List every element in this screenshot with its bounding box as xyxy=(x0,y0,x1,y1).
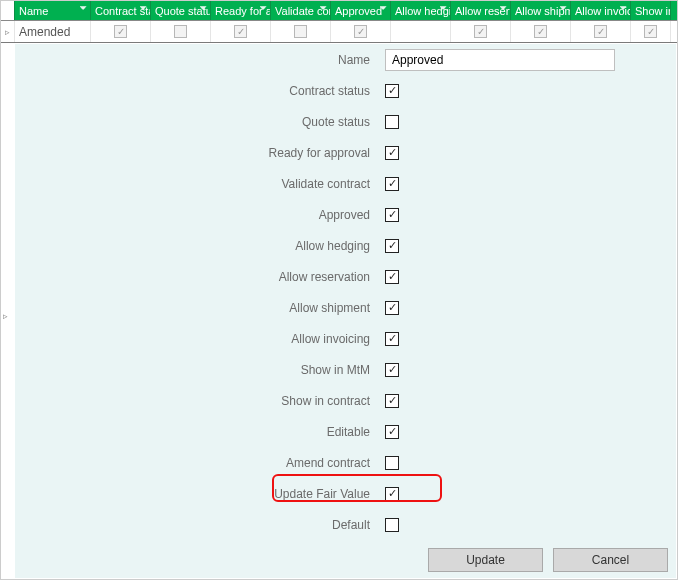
form-row: Amend contract✓ xyxy=(15,447,676,478)
col-header-allow-hedging[interactable]: Allow hedging⏷ xyxy=(391,1,451,20)
cell-name: Amended xyxy=(15,21,91,42)
table-row[interactable]: ▹ Amended ✓ ✓ ✓ ✓ ✓ ✓ ✓ ✓ ✓ xyxy=(1,21,677,43)
col-header-label: Show in MtM xyxy=(635,5,671,17)
col-header-ready-for-approval[interactable]: Ready for approval⏷ xyxy=(211,1,271,20)
checkbox[interactable]: ✓ xyxy=(385,301,399,315)
checkbox[interactable]: ✓ xyxy=(385,146,399,160)
name-label: Name xyxy=(15,53,385,67)
checkbox[interactable]: ✓ xyxy=(385,239,399,253)
field-label: Editable xyxy=(15,425,385,439)
row-expand-icon[interactable]: ▹ xyxy=(1,21,15,42)
grid-header: Name⏷ Contract status⏷ Quote status⏷ Rea… xyxy=(1,1,677,21)
filter-icon[interactable]: ⏷ xyxy=(439,3,448,13)
filter-icon[interactable]: ⏷ xyxy=(199,3,208,13)
update-button-label: Update xyxy=(466,553,505,567)
filter-icon[interactable]: ⏷ xyxy=(559,3,568,13)
checkbox[interactable]: ✓ xyxy=(385,177,399,191)
checkbox-disabled-icon: ✓ xyxy=(644,25,657,38)
col-header-allow-shipment[interactable]: Allow shipment⏷ xyxy=(511,1,571,20)
checkbox-disabled-icon: ✓ xyxy=(114,25,127,38)
col-header-label: Name xyxy=(19,5,48,17)
col-header-show-mtm[interactable]: Show in MtM xyxy=(631,1,671,20)
form-row: Default✓ xyxy=(15,509,676,540)
checkbox-disabled-icon: ✓ xyxy=(474,25,487,38)
checkbox[interactable]: ✓ xyxy=(385,518,399,532)
detail-collapse-icon[interactable]: ▹ xyxy=(3,311,8,321)
checkbox[interactable]: ✓ xyxy=(385,84,399,98)
col-header-quote-status[interactable]: Quote status⏷ xyxy=(151,1,211,20)
checkbox-disabled-icon: ✓ xyxy=(174,25,187,38)
filter-icon[interactable]: ⏷ xyxy=(259,3,268,13)
checkbox[interactable]: ✓ xyxy=(385,270,399,284)
checkbox[interactable]: ✓ xyxy=(385,456,399,470)
field-label: Quote status xyxy=(15,115,385,129)
form-row-name: Name xyxy=(15,44,676,75)
form-row: Update Fair Value✓ xyxy=(15,478,676,509)
checkbox-disabled-icon: ✓ xyxy=(594,25,607,38)
form-row: Show in MtM✓ xyxy=(15,354,676,385)
col-header-contract-status[interactable]: Contract status⏷ xyxy=(91,1,151,20)
col-header-validate-contract[interactable]: Validate contract⏷ xyxy=(271,1,331,20)
filter-icon[interactable]: ⏷ xyxy=(139,3,148,13)
filter-icon[interactable]: ⏷ xyxy=(79,3,88,13)
checkbox[interactable]: ✓ xyxy=(385,425,399,439)
form-row: Validate contract✓ xyxy=(15,168,676,199)
checkbox-disabled-icon: ✓ xyxy=(234,25,247,38)
chevron-right-icon: ▹ xyxy=(5,27,10,37)
form-row: Allow hedging✓ xyxy=(15,230,676,261)
checkbox-disabled-icon: ✓ xyxy=(354,25,367,38)
field-label: Allow hedging xyxy=(15,239,385,253)
filter-icon[interactable]: ⏷ xyxy=(619,3,628,13)
cell-ready: ✓ xyxy=(211,21,271,42)
cell-name-text: Amended xyxy=(19,25,70,39)
field-label: Amend contract xyxy=(15,456,385,470)
col-header-label: Approved xyxy=(335,5,382,17)
field-label: Show in contract xyxy=(15,394,385,408)
filter-icon[interactable]: ⏷ xyxy=(319,3,328,13)
form-row: Allow reservation✓ xyxy=(15,261,676,292)
checkbox-disabled-icon: ✓ xyxy=(534,25,547,38)
field-label: Allow invoicing xyxy=(15,332,385,346)
col-header-approved[interactable]: Approved⏷ xyxy=(331,1,391,20)
form-row: Ready for approval✓ xyxy=(15,137,676,168)
form-row: Show in contract✓ xyxy=(15,385,676,416)
checkbox[interactable]: ✓ xyxy=(385,363,399,377)
footer: Update Cancel xyxy=(15,548,668,572)
cell-invoicing: ✓ xyxy=(571,21,631,42)
col-header-allow-reservation[interactable]: Allow reservation⏷ xyxy=(451,1,511,20)
field-label: Approved xyxy=(15,208,385,222)
checkbox[interactable]: ✓ xyxy=(385,487,399,501)
col-header-allow-invoicing[interactable]: Allow invoicing⏷ xyxy=(571,1,631,20)
form-row: Approved✓ xyxy=(15,199,676,230)
checkbox[interactable]: ✓ xyxy=(385,394,399,408)
cancel-button[interactable]: Cancel xyxy=(553,548,668,572)
cell-reservation: ✓ xyxy=(451,21,511,42)
field-label: Allow shipment xyxy=(15,301,385,315)
name-input[interactable] xyxy=(385,49,615,71)
checkbox[interactable]: ✓ xyxy=(385,332,399,346)
detail-panel: Name Contract status✓Quote status✓Ready … xyxy=(15,44,676,578)
filter-icon[interactable]: ⏷ xyxy=(379,3,388,13)
checkbox[interactable]: ✓ xyxy=(385,208,399,222)
field-label: Show in MtM xyxy=(15,363,385,377)
col-header-name[interactable]: Name⏷ xyxy=(15,1,91,20)
form-row: Contract status✓ xyxy=(15,75,676,106)
form-row: Editable✓ xyxy=(15,416,676,447)
field-label: Validate contract xyxy=(15,177,385,191)
checkbox-disabled-icon: ✓ xyxy=(294,25,307,38)
checkbox[interactable]: ✓ xyxy=(385,115,399,129)
cell-hedging xyxy=(391,21,451,42)
field-label: Ready for approval xyxy=(15,146,385,160)
field-label: Update Fair Value xyxy=(15,487,385,501)
cell-validate: ✓ xyxy=(271,21,331,42)
cell-show-mtm: ✓ xyxy=(631,21,671,42)
update-button[interactable]: Update xyxy=(428,548,543,572)
expand-column-header xyxy=(1,1,15,20)
filter-icon[interactable]: ⏷ xyxy=(499,3,508,13)
form-row: Allow shipment✓ xyxy=(15,292,676,323)
cell-approved: ✓ xyxy=(331,21,391,42)
cell-shipment: ✓ xyxy=(511,21,571,42)
cell-contract-status: ✓ xyxy=(91,21,151,42)
field-label: Allow reservation xyxy=(15,270,385,284)
form-row: Allow invoicing✓ xyxy=(15,323,676,354)
